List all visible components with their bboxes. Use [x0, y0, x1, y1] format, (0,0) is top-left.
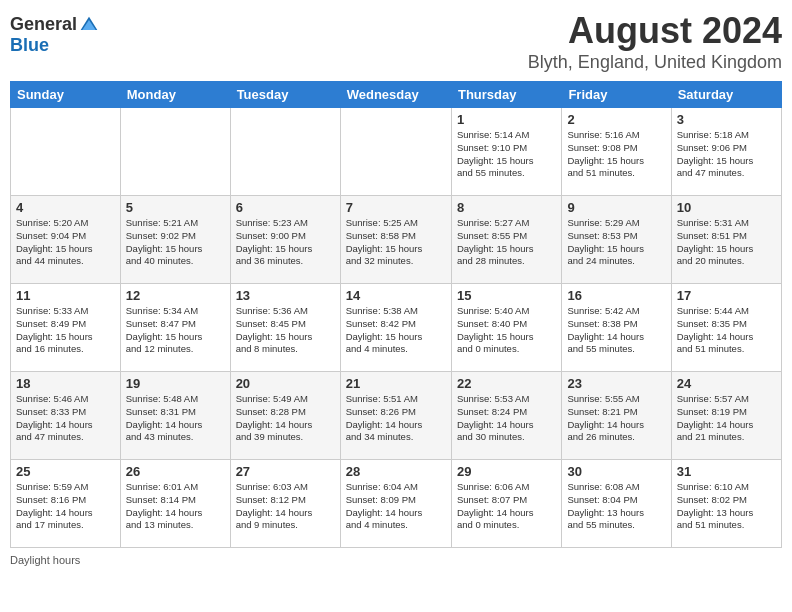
day-number: 21: [346, 376, 446, 391]
day-number: 15: [457, 288, 556, 303]
col-thursday: Thursday: [451, 82, 561, 108]
day-number: 28: [346, 464, 446, 479]
day-info: Sunrise: 5:49 AM Sunset: 8:28 PM Dayligh…: [236, 393, 335, 444]
table-row: 31Sunrise: 6:10 AM Sunset: 8:02 PM Dayli…: [671, 460, 781, 548]
day-number: 24: [677, 376, 776, 391]
col-wednesday: Wednesday: [340, 82, 451, 108]
day-number: 12: [126, 288, 225, 303]
day-info: Sunrise: 5:29 AM Sunset: 8:53 PM Dayligh…: [567, 217, 665, 268]
table-row: 20Sunrise: 5:49 AM Sunset: 8:28 PM Dayli…: [230, 372, 340, 460]
table-row: [120, 108, 230, 196]
table-row: [340, 108, 451, 196]
day-info: Sunrise: 5:48 AM Sunset: 8:31 PM Dayligh…: [126, 393, 225, 444]
table-row: 1Sunrise: 5:14 AM Sunset: 9:10 PM Daylig…: [451, 108, 561, 196]
day-info: Sunrise: 5:20 AM Sunset: 9:04 PM Dayligh…: [16, 217, 115, 268]
table-row: 27Sunrise: 6:03 AM Sunset: 8:12 PM Dayli…: [230, 460, 340, 548]
col-friday: Friday: [562, 82, 671, 108]
logo-general-text: General: [10, 14, 77, 35]
day-number: 5: [126, 200, 225, 215]
day-info: Sunrise: 5:33 AM Sunset: 8:49 PM Dayligh…: [16, 305, 115, 356]
day-info: Sunrise: 5:31 AM Sunset: 8:51 PM Dayligh…: [677, 217, 776, 268]
table-row: 24Sunrise: 5:57 AM Sunset: 8:19 PM Dayli…: [671, 372, 781, 460]
day-info: Sunrise: 5:18 AM Sunset: 9:06 PM Dayligh…: [677, 129, 776, 180]
table-row: 13Sunrise: 5:36 AM Sunset: 8:45 PM Dayli…: [230, 284, 340, 372]
day-number: 7: [346, 200, 446, 215]
day-number: 4: [16, 200, 115, 215]
logo: General Blue: [10, 10, 99, 56]
table-row: 19Sunrise: 5:48 AM Sunset: 8:31 PM Dayli…: [120, 372, 230, 460]
title-section: August 2024 Blyth, England, United Kingd…: [528, 10, 782, 73]
logo-blue-text: Blue: [10, 35, 49, 56]
table-row: 14Sunrise: 5:38 AM Sunset: 8:42 PM Dayli…: [340, 284, 451, 372]
table-row: 10Sunrise: 5:31 AM Sunset: 8:51 PM Dayli…: [671, 196, 781, 284]
day-info: Sunrise: 5:44 AM Sunset: 8:35 PM Dayligh…: [677, 305, 776, 356]
day-number: 6: [236, 200, 335, 215]
table-row: 28Sunrise: 6:04 AM Sunset: 8:09 PM Dayli…: [340, 460, 451, 548]
month-title: August 2024: [528, 10, 782, 52]
day-info: Sunrise: 5:42 AM Sunset: 8:38 PM Dayligh…: [567, 305, 665, 356]
day-number: 20: [236, 376, 335, 391]
calendar-week-5: 25Sunrise: 5:59 AM Sunset: 8:16 PM Dayli…: [11, 460, 782, 548]
day-info: Sunrise: 5:57 AM Sunset: 8:19 PM Dayligh…: [677, 393, 776, 444]
table-row: 4Sunrise: 5:20 AM Sunset: 9:04 PM Daylig…: [11, 196, 121, 284]
table-row: 18Sunrise: 5:46 AM Sunset: 8:33 PM Dayli…: [11, 372, 121, 460]
table-row: 6Sunrise: 5:23 AM Sunset: 9:00 PM Daylig…: [230, 196, 340, 284]
day-info: Sunrise: 6:04 AM Sunset: 8:09 PM Dayligh…: [346, 481, 446, 532]
table-row: 12Sunrise: 5:34 AM Sunset: 8:47 PM Dayli…: [120, 284, 230, 372]
table-row: 21Sunrise: 5:51 AM Sunset: 8:26 PM Dayli…: [340, 372, 451, 460]
day-number: 31: [677, 464, 776, 479]
day-info: Sunrise: 5:40 AM Sunset: 8:40 PM Dayligh…: [457, 305, 556, 356]
day-number: 27: [236, 464, 335, 479]
table-row: 30Sunrise: 6:08 AM Sunset: 8:04 PM Dayli…: [562, 460, 671, 548]
day-info: Sunrise: 5:55 AM Sunset: 8:21 PM Dayligh…: [567, 393, 665, 444]
day-number: 29: [457, 464, 556, 479]
calendar-header-row: Sunday Monday Tuesday Wednesday Thursday…: [11, 82, 782, 108]
col-tuesday: Tuesday: [230, 82, 340, 108]
calendar-week-1: 1Sunrise: 5:14 AM Sunset: 9:10 PM Daylig…: [11, 108, 782, 196]
calendar-week-2: 4Sunrise: 5:20 AM Sunset: 9:04 PM Daylig…: [11, 196, 782, 284]
day-number: 17: [677, 288, 776, 303]
day-number: 19: [126, 376, 225, 391]
day-info: Sunrise: 5:21 AM Sunset: 9:02 PM Dayligh…: [126, 217, 225, 268]
day-number: 10: [677, 200, 776, 215]
day-number: 9: [567, 200, 665, 215]
day-info: Sunrise: 6:10 AM Sunset: 8:02 PM Dayligh…: [677, 481, 776, 532]
day-number: 13: [236, 288, 335, 303]
day-info: Sunrise: 5:53 AM Sunset: 8:24 PM Dayligh…: [457, 393, 556, 444]
day-info: Sunrise: 6:01 AM Sunset: 8:14 PM Dayligh…: [126, 481, 225, 532]
table-row: 11Sunrise: 5:33 AM Sunset: 8:49 PM Dayli…: [11, 284, 121, 372]
day-number: 23: [567, 376, 665, 391]
table-row: 7Sunrise: 5:25 AM Sunset: 8:58 PM Daylig…: [340, 196, 451, 284]
page-header: General Blue August 2024 Blyth, England,…: [10, 10, 782, 73]
day-number: 30: [567, 464, 665, 479]
day-info: Sunrise: 5:34 AM Sunset: 8:47 PM Dayligh…: [126, 305, 225, 356]
day-number: 11: [16, 288, 115, 303]
day-number: 1: [457, 112, 556, 127]
day-number: 18: [16, 376, 115, 391]
day-info: Sunrise: 5:16 AM Sunset: 9:08 PM Dayligh…: [567, 129, 665, 180]
day-info: Sunrise: 5:38 AM Sunset: 8:42 PM Dayligh…: [346, 305, 446, 356]
table-row: 23Sunrise: 5:55 AM Sunset: 8:21 PM Dayli…: [562, 372, 671, 460]
day-number: 8: [457, 200, 556, 215]
day-info: Sunrise: 5:25 AM Sunset: 8:58 PM Dayligh…: [346, 217, 446, 268]
calendar-table: Sunday Monday Tuesday Wednesday Thursday…: [10, 81, 782, 548]
table-row: 15Sunrise: 5:40 AM Sunset: 8:40 PM Dayli…: [451, 284, 561, 372]
day-info: Sunrise: 6:03 AM Sunset: 8:12 PM Dayligh…: [236, 481, 335, 532]
table-row: 8Sunrise: 5:27 AM Sunset: 8:55 PM Daylig…: [451, 196, 561, 284]
table-row: 26Sunrise: 6:01 AM Sunset: 8:14 PM Dayli…: [120, 460, 230, 548]
table-row: 25Sunrise: 5:59 AM Sunset: 8:16 PM Dayli…: [11, 460, 121, 548]
day-number: 25: [16, 464, 115, 479]
day-info: Sunrise: 5:23 AM Sunset: 9:00 PM Dayligh…: [236, 217, 335, 268]
day-info: Sunrise: 5:59 AM Sunset: 8:16 PM Dayligh…: [16, 481, 115, 532]
table-row: 29Sunrise: 6:06 AM Sunset: 8:07 PM Dayli…: [451, 460, 561, 548]
day-info: Sunrise: 5:51 AM Sunset: 8:26 PM Dayligh…: [346, 393, 446, 444]
col-saturday: Saturday: [671, 82, 781, 108]
table-row: 2Sunrise: 5:16 AM Sunset: 9:08 PM Daylig…: [562, 108, 671, 196]
col-sunday: Sunday: [11, 82, 121, 108]
col-monday: Monday: [120, 82, 230, 108]
table-row: 17Sunrise: 5:44 AM Sunset: 8:35 PM Dayli…: [671, 284, 781, 372]
day-number: 2: [567, 112, 665, 127]
day-info: Sunrise: 6:08 AM Sunset: 8:04 PM Dayligh…: [567, 481, 665, 532]
location-title: Blyth, England, United Kingdom: [528, 52, 782, 73]
table-row: 3Sunrise: 5:18 AM Sunset: 9:06 PM Daylig…: [671, 108, 781, 196]
